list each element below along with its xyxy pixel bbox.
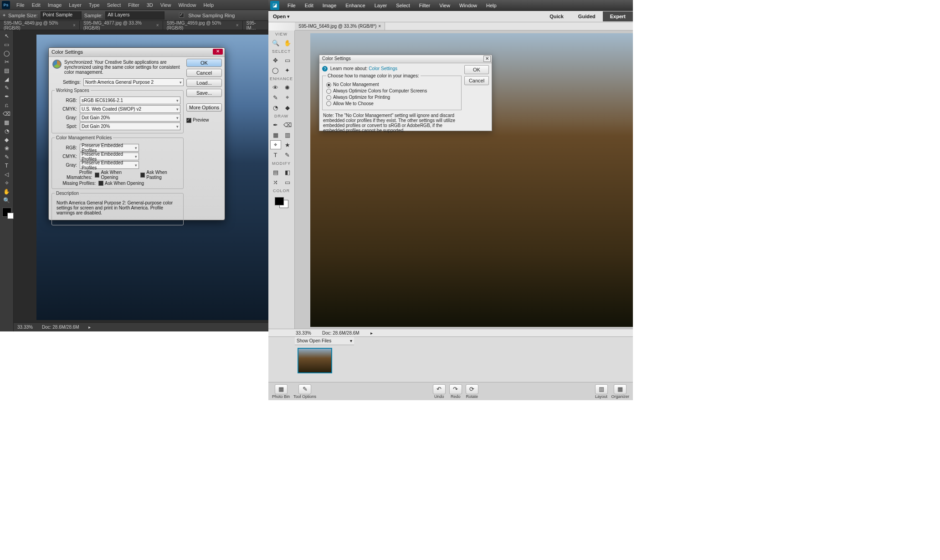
chevron-right-icon[interactable]: ▸ (370, 331, 373, 336)
ask-paste-checkbox[interactable] (140, 173, 145, 178)
pen-tool-icon[interactable]: ❀ (2, 144, 12, 153)
menu-edit[interactable]: Edit (28, 0, 44, 10)
sponge-tool-icon[interactable]: ◆ (282, 103, 293, 112)
save-button[interactable]: Save... (186, 89, 222, 97)
missing-ask-open-checkbox[interactable] (98, 181, 103, 186)
eraser-tool-icon[interactable]: ⌫ (2, 110, 12, 118)
close-icon[interactable]: × (378, 24, 381, 29)
menu-view[interactable]: View (157, 0, 175, 10)
radio-optimize-print[interactable] (326, 95, 331, 100)
ps-tab-3[interactable]: S95-IM… (243, 21, 268, 30)
recompose-tool-icon[interactable]: ◧ (282, 168, 293, 177)
tool-options-button[interactable]: ✎Tool Options (293, 384, 316, 399)
color-settings-link[interactable]: Color Settings (369, 66, 397, 71)
brush-tool-icon[interactable]: ✒ (2, 92, 12, 101)
undo-button[interactable]: ↶Undo (433, 384, 446, 399)
ps-zoom-value[interactable]: 33.33% (17, 325, 33, 330)
eyedropper-tool-icon[interactable]: ◢ (2, 75, 12, 83)
eyedropper-icon[interactable]: ⌖ (3, 12, 5, 18)
straighten-tool-icon[interactable]: ▭ (282, 178, 293, 187)
lasso-tool-icon[interactable]: ◯ (270, 66, 281, 75)
close-icon[interactable]: × (73, 23, 76, 28)
menu-edit[interactable]: Edit (300, 1, 318, 10)
ps-tab-2[interactable]: S95-IMG_4959.jpg @ 50% (RGB/8)× (163, 21, 243, 30)
healing-tool-icon[interactable]: ✎ (2, 84, 12, 92)
type-tool-icon[interactable]: T (270, 150, 281, 159)
pe-swatch[interactable] (275, 197, 288, 208)
organizer-button[interactable]: ▦Organizer (611, 384, 630, 399)
crop-tool-icon[interactable]: ▤ (270, 168, 281, 177)
foreground-background-swatch[interactable] (2, 208, 11, 217)
rgb-combo[interactable]: sRGB IEC61966-2.1 (80, 97, 180, 104)
ps-tab-0[interactable]: S95-IMG_4849.jpg @ 50% (RGB/8)× (0, 21, 80, 30)
ask-open-checkbox[interactable] (95, 173, 99, 178)
menu-3d[interactable]: 3D (143, 0, 157, 10)
shape-tool-icon[interactable]: ★ (282, 140, 293, 149)
close-icon[interactable]: × (156, 23, 159, 28)
brush-tool-icon[interactable]: ✒ (270, 120, 281, 129)
photo-bin-button[interactable]: ▦Photo Bin (272, 384, 290, 399)
eraser-tool-icon[interactable]: ⌫ (282, 120, 293, 129)
crop-tool-icon[interactable]: ▤ (2, 66, 12, 75)
quick-select-tool-icon[interactable]: ✦ (282, 66, 293, 75)
show-sampling-ring-checkbox[interactable] (179, 13, 184, 18)
gradient-tool-icon[interactable]: ▦ (2, 118, 12, 127)
redo-button[interactable]: ↷Redo (449, 384, 462, 399)
pe-tab-0[interactable]: S95-IMG_5649.jpg @ 33.3% (RGB/8*)× (295, 22, 385, 30)
cmyk-combo[interactable]: U.S. Web Coated (SWOP) v2 (80, 105, 180, 113)
pe-zoom-value[interactable]: 33.33% (296, 331, 311, 336)
pol-rgb-combo[interactable]: Preserve Embedded Profiles (80, 144, 139, 152)
marquee-tool-icon[interactable]: ▭ (2, 41, 12, 49)
sample-combo[interactable]: All Layers (105, 11, 164, 20)
menu-image[interactable]: Image (318, 1, 341, 10)
clone-tool-icon[interactable]: ⎌ (2, 101, 12, 109)
blur-tool-icon[interactable]: ◔ (2, 127, 12, 135)
move-tool-icon[interactable]: ✥ (270, 56, 281, 65)
fill-tool-icon[interactable]: ▦ (270, 130, 281, 139)
more-options-button[interactable]: More Options (186, 103, 222, 112)
hand-tool-icon[interactable]: ✋ (282, 38, 293, 47)
zoom-tool-icon[interactable]: 🔍 (2, 196, 12, 204)
menu-enhance[interactable]: Enhance (341, 1, 370, 10)
menu-select[interactable]: Select (103, 0, 125, 10)
load-button[interactable]: Load... (186, 79, 222, 87)
menu-view[interactable]: View (435, 1, 455, 10)
menu-layer[interactable]: Layer (65, 0, 85, 10)
clone-tool-icon[interactable]: ⌖ (282, 93, 293, 102)
pol-cmyk-combo[interactable]: Preserve Embedded Profiles (80, 153, 139, 160)
radio-no-mgmt[interactable] (326, 82, 331, 87)
menu-layer[interactable]: Layer (370, 1, 392, 10)
redeye-tool-icon[interactable]: 👁 (270, 83, 281, 92)
mode-expert[interactable]: Expert (603, 11, 633, 21)
menu-help[interactable]: Help (200, 0, 218, 10)
sample-size-combo[interactable]: Point Sample (41, 11, 82, 20)
close-icon[interactable]: ✕ (483, 56, 491, 62)
help-icon[interactable]: ? (322, 66, 328, 71)
3d-tool-icon[interactable]: ✧ (2, 179, 12, 187)
cancel-button[interactable]: Cancel (186, 69, 222, 77)
close-icon[interactable]: × (236, 23, 239, 28)
quick-select-tool-icon[interactable]: ✂ (2, 58, 12, 66)
gray-combo[interactable]: Dot Gain 20% (80, 114, 180, 122)
photo-bin-thumbnail[interactable] (298, 348, 332, 373)
menu-window[interactable]: Window (175, 0, 200, 10)
color-picker-tool-icon[interactable]: ⌖ (270, 140, 281, 149)
move-tool-icon[interactable]: ↖ (2, 32, 12, 40)
dodge-tool-icon[interactable]: ◆ (2, 136, 12, 144)
menu-help[interactable]: Help (482, 1, 501, 10)
gradient-tool-icon[interactable]: ▥ (282, 130, 293, 139)
chevron-right-icon[interactable]: ▸ (88, 325, 91, 330)
rotate-button[interactable]: ⟳Rotate (466, 384, 478, 399)
menu-image[interactable]: Image (44, 0, 66, 10)
pencil-tool-icon[interactable]: ✎ (282, 150, 293, 159)
menu-file[interactable]: File (283, 1, 300, 10)
lasso-tool-icon[interactable]: ◯ (2, 49, 12, 57)
settings-combo[interactable]: North America General Purpose 2 (83, 78, 184, 86)
radio-optimize-screens[interactable] (326, 89, 331, 94)
pol-gray-combo[interactable]: Preserve Embedded Profiles (80, 161, 139, 169)
smart-brush-tool-icon[interactable]: ✎ (270, 93, 281, 102)
path-tool-icon[interactable]: ✎ (2, 153, 12, 161)
radio-allow-choose[interactable] (326, 101, 331, 106)
zoom-tool-icon[interactable]: 🔍 (270, 38, 281, 47)
menu-filter[interactable]: Filter (415, 1, 435, 10)
